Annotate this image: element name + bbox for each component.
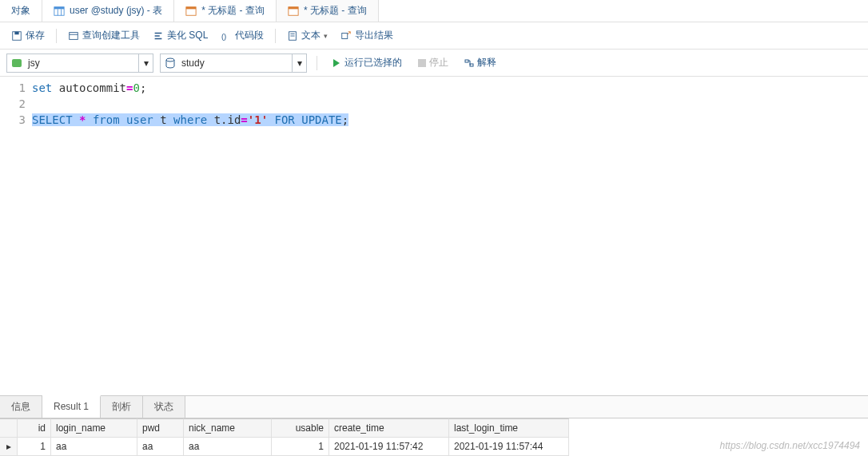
svg-rect-5 (186, 6, 196, 9)
tab-user-table[interactable]: user @study (jsy) - 表 (42, 0, 174, 22)
tab-query-1[interactable]: * 无标题 - 查询 (174, 0, 277, 22)
stop-button: 停止 (413, 54, 453, 71)
col-last-login-time[interactable]: last_login_time (449, 418, 569, 438)
button-label: 解释 (477, 56, 496, 69)
separator (317, 56, 317, 70)
play-icon (332, 58, 341, 68)
text-button[interactable]: 文本 ▾ (282, 26, 332, 45)
button-label: 文本 (301, 29, 321, 42)
cell-create-time[interactable]: 2021-01-19 11:57:42 (329, 438, 449, 456)
code-line: set autocommit=0; (32, 80, 348, 96)
sql-editor[interactable]: 1 2 3 set autocommit=0; SELECT * from us… (0, 77, 868, 395)
run-selected-button[interactable]: 运行已选择的 (327, 54, 407, 71)
line-number: 3 (0, 112, 26, 128)
code-area[interactable]: set autocommit=0; SELECT * from user t w… (32, 77, 348, 395)
tab-status[interactable]: 状态 (143, 396, 185, 418)
save-button[interactable]: 保存 (6, 26, 50, 45)
svg-rect-1 (54, 6, 64, 9)
svg-rect-19 (418, 59, 426, 67)
toolbar-main: 保存 查询创建工具 美化 SQL () 代码段 文本 ▾ 导出结果 (0, 22, 868, 50)
explain-button[interactable]: 解释 (460, 54, 501, 71)
row-header-corner (0, 418, 18, 438)
col-create-time[interactable]: create_time (329, 418, 449, 438)
separator (275, 29, 276, 43)
query-icon (185, 6, 197, 17)
explain-icon (464, 58, 474, 68)
button-label: 查询创建工具 (82, 29, 140, 42)
tab-query-2[interactable]: * 无标题 - 查询 (277, 0, 379, 22)
grid-header: id login_name pwd nick_name usable creat… (0, 418, 868, 438)
svg-rect-10 (70, 32, 78, 39)
row-indicator: ▸ (0, 438, 18, 456)
result-tabs: 信息 Result 1 剖析 状态 (0, 395, 868, 418)
tab-label: user @study (jsy) - 表 (70, 4, 162, 18)
database-combo[interactable]: study ▾ (160, 54, 307, 73)
tab-label: * 无标题 - 查询 (201, 4, 265, 18)
svg-rect-16 (342, 33, 348, 38)
code-line: SELECT * from user t where t.id='1' FOR … (32, 112, 348, 128)
cell-login-name[interactable]: aa (51, 438, 137, 456)
button-label: 导出结果 (355, 29, 393, 42)
button-label: 运行已选择的 (344, 56, 402, 69)
tab-info[interactable]: 信息 (0, 396, 42, 418)
combo-value: jsy (26, 57, 138, 69)
chevron-down-icon: ▾ (324, 32, 328, 40)
snippet-icon: () (221, 30, 232, 42)
query-icon (288, 6, 299, 17)
tab-profile[interactable]: 剖析 (101, 396, 143, 418)
beautify-icon (153, 30, 164, 42)
connection-icon (10, 57, 23, 69)
export-button[interactable]: 导出结果 (336, 26, 398, 45)
button-label: 保存 (26, 29, 45, 42)
svg-rect-7 (289, 6, 298, 9)
chevron-down-icon[interactable]: ▾ (292, 54, 306, 72)
svg-rect-9 (14, 31, 18, 34)
table-row[interactable]: ▸ 1 aa aa aa 1 2021-01-19 11:57:42 2021-… (0, 438, 868, 456)
combo-value: study (180, 57, 292, 69)
connection-combo[interactable]: jsy ▾ (6, 54, 153, 73)
line-number: 1 (0, 80, 26, 96)
database-icon (164, 57, 177, 69)
col-login-name[interactable]: login_name (51, 418, 137, 438)
export-icon (340, 30, 352, 42)
snippet-button[interactable]: () 代码段 (216, 26, 269, 45)
button-label: 代码段 (235, 29, 264, 42)
cell-nick-name[interactable]: aa (184, 438, 272, 456)
table-icon (54, 6, 65, 17)
line-gutter: 1 2 3 (0, 77, 32, 395)
cell-last-login-time[interactable]: 2021-01-19 11:57:44 (449, 438, 569, 456)
col-pwd[interactable]: pwd (137, 418, 184, 438)
query-builder-button[interactable]: 查询创建工具 (63, 26, 145, 45)
toolbar-connection: jsy ▾ study ▾ 运行已选择的 停止 解释 (0, 50, 868, 77)
cell-usable[interactable]: 1 (272, 438, 329, 456)
builder-icon (68, 30, 79, 42)
result-grid: id login_name pwd nick_name usable creat… (0, 418, 868, 456)
svg-point-18 (166, 58, 174, 61)
tab-result-1[interactable]: Result 1 (42, 395, 101, 418)
cell-pwd[interactable]: aa (137, 438, 184, 456)
beautify-button[interactable]: 美化 SQL (148, 26, 213, 45)
col-nick-name[interactable]: nick_name (184, 418, 272, 438)
code-line (32, 96, 348, 112)
tab-label: * 无标题 - 查询 (304, 4, 367, 18)
text-icon (287, 30, 298, 42)
tab-objects[interactable]: 对象 (0, 0, 42, 22)
separator (56, 29, 57, 43)
svg-rect-17 (12, 59, 22, 67)
svg-rect-20 (465, 60, 468, 62)
svg-text:(): () (221, 31, 226, 40)
col-usable[interactable]: usable (272, 418, 329, 438)
document-tabs: 对象 user @study (jsy) - 表 * 无标题 - 查询 * 无标… (0, 0, 868, 22)
col-id[interactable]: id (18, 418, 51, 438)
stop-icon (418, 59, 426, 67)
chevron-down-icon[interactable]: ▾ (138, 54, 153, 72)
button-label: 美化 SQL (167, 29, 208, 42)
line-number: 2 (0, 96, 26, 112)
tab-label: 对象 (11, 4, 30, 18)
button-label: 停止 (429, 56, 448, 69)
save-icon (11, 30, 22, 42)
cell-id[interactable]: 1 (18, 438, 51, 456)
